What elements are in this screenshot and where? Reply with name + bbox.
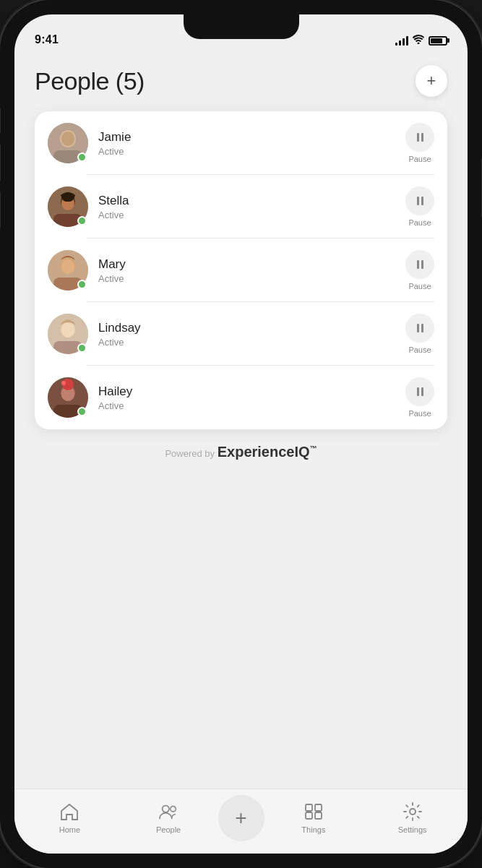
tab-settings-label: Settings bbox=[398, 825, 427, 834]
person-info: Hailey Active bbox=[98, 384, 395, 411]
person-status: Active bbox=[98, 273, 395, 284]
person-status: Active bbox=[98, 337, 395, 348]
avatar bbox=[48, 250, 88, 291]
battery-icon bbox=[429, 36, 447, 46]
pause-label: Pause bbox=[408, 218, 431, 227]
page-title: People (5) bbox=[35, 67, 145, 95]
notch bbox=[184, 14, 299, 39]
settings-icon bbox=[403, 802, 423, 822]
pause-label: Pause bbox=[408, 409, 431, 418]
table-row: Lindsay Active Pause bbox=[35, 302, 447, 366]
person-name: Lindsay bbox=[98, 321, 395, 335]
pause-icon bbox=[417, 387, 423, 396]
svg-point-28 bbox=[410, 809, 416, 815]
status-time: 9:41 bbox=[35, 33, 59, 46]
pause-button[interactable]: Pause bbox=[405, 250, 434, 291]
wifi-icon bbox=[413, 35, 424, 46]
pause-icon bbox=[417, 324, 423, 332]
person-info: Mary Active bbox=[98, 257, 395, 284]
avatar bbox=[48, 123, 88, 163]
tab-home-label: Home bbox=[59, 825, 80, 834]
svg-rect-24 bbox=[306, 804, 312, 811]
pause-label: Pause bbox=[408, 282, 431, 291]
home-icon bbox=[59, 802, 79, 822]
person-name: Mary bbox=[98, 257, 395, 272]
svg-rect-26 bbox=[306, 812, 312, 819]
svg-rect-27 bbox=[315, 812, 322, 819]
pause-icon bbox=[417, 260, 423, 269]
tab-bar: Home People + bbox=[14, 788, 468, 854]
phone-screen: 9:41 bbox=[14, 14, 468, 854]
svg-rect-25 bbox=[315, 804, 322, 811]
svg-point-21 bbox=[61, 381, 66, 385]
pause-icon bbox=[417, 197, 423, 205]
tab-settings[interactable]: Settings bbox=[363, 802, 462, 834]
avatar bbox=[48, 377, 88, 418]
person-info: Jamie Active bbox=[98, 130, 395, 157]
person-name: Hailey bbox=[98, 384, 395, 399]
active-indicator bbox=[77, 152, 87, 162]
people-icon bbox=[158, 802, 178, 822]
person-info: Stella Active bbox=[98, 194, 395, 220]
pause-button[interactable]: Pause bbox=[405, 186, 434, 227]
active-indicator bbox=[77, 407, 87, 416]
brand-name: ExperienceIQ™ bbox=[218, 444, 317, 460]
table-row: Hailey Active Pause bbox=[35, 366, 447, 429]
person-info: Lindsay Active bbox=[98, 321, 395, 348]
tab-things-label: Things bbox=[301, 825, 325, 834]
svg-point-2 bbox=[61, 132, 74, 146]
status-icons bbox=[395, 35, 447, 46]
active-indicator bbox=[77, 343, 87, 353]
table-row: Stella Active Pause bbox=[35, 175, 447, 239]
powered-by: Powered by ExperienceIQ™ bbox=[35, 429, 447, 468]
person-status: Active bbox=[98, 400, 395, 411]
tab-home[interactable]: Home bbox=[20, 802, 119, 834]
tab-add-button[interactable]: + bbox=[218, 795, 264, 841]
people-list-card: Jamie Active Pause bbox=[35, 111, 447, 429]
silent-button[interactable] bbox=[0, 108, 1, 133]
phone-frame: 9:41 bbox=[0, 0, 482, 868]
signal-icon bbox=[395, 35, 408, 46]
pause-button[interactable]: Pause bbox=[405, 123, 434, 163]
svg-point-22 bbox=[163, 806, 169, 812]
tab-people-label: People bbox=[156, 825, 181, 834]
tab-things[interactable]: Things bbox=[264, 802, 363, 834]
svg-point-10 bbox=[61, 259, 74, 274]
person-status: Active bbox=[98, 146, 395, 157]
main-content: People (5) + bbox=[14, 51, 468, 788]
person-name: Stella bbox=[98, 194, 395, 208]
table-row: Jamie Active Pause bbox=[35, 111, 447, 175]
tab-people[interactable]: People bbox=[119, 802, 218, 834]
pause-button[interactable]: Pause bbox=[405, 377, 434, 418]
person-name: Jamie bbox=[98, 130, 395, 145]
volume-down-button[interactable] bbox=[0, 192, 1, 228]
svg-point-14 bbox=[61, 323, 74, 338]
add-person-button[interactable]: + bbox=[416, 65, 447, 97]
pause-icon bbox=[417, 133, 423, 142]
svg-point-23 bbox=[171, 807, 176, 812]
pause-button[interactable]: Pause bbox=[405, 314, 434, 354]
table-row: Mary Active Pause bbox=[35, 239, 447, 302]
things-icon bbox=[304, 802, 324, 822]
pause-label: Pause bbox=[408, 155, 431, 163]
pause-label: Pause bbox=[408, 345, 431, 354]
avatar bbox=[48, 314, 88, 354]
person-status: Active bbox=[98, 210, 395, 220]
plus-icon: + bbox=[235, 808, 246, 828]
page-header: People (5) + bbox=[35, 65, 447, 97]
avatar bbox=[48, 186, 88, 227]
active-indicator bbox=[77, 216, 87, 225]
volume-up-button[interactable] bbox=[0, 145, 1, 181]
active-indicator bbox=[77, 280, 87, 289]
